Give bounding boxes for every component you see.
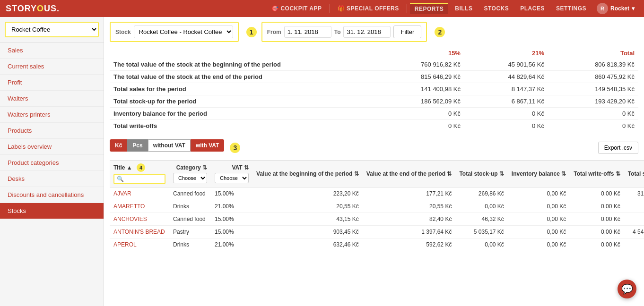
col-vat[interactable]: VAT ⇅ Choose bbox=[211, 161, 252, 187]
nav-item-bills[interactable]: Bills bbox=[450, 3, 477, 14]
nav-item-places[interactable]: Places bbox=[515, 3, 549, 14]
summary-row-15: 0 Kč bbox=[374, 120, 464, 132]
from-date-input[interactable] bbox=[284, 26, 331, 38]
summary-row-21: 0 Kč bbox=[464, 120, 548, 132]
cell-category: Canned food bbox=[169, 213, 211, 226]
summary-row-label: Inventory balance for the period bbox=[110, 108, 374, 120]
nav-item-settings[interactable]: Settings bbox=[551, 3, 591, 14]
summary-row-15: 760 916,82 Kč bbox=[374, 59, 464, 71]
nav-item-special-offers[interactable]: 🎁 Special Offers bbox=[333, 3, 404, 14]
special-offers-icon: 🎁 bbox=[338, 5, 345, 12]
sidebar-item-labels-overview[interactable]: Labels overview bbox=[0, 139, 104, 155]
cell-vat: 15.00% bbox=[211, 213, 252, 226]
data-table: Title ▲ 4 🔍 Category ⇅ Choose bbox=[110, 160, 644, 251]
location-select[interactable]: Rocket Coffee bbox=[5, 22, 99, 37]
nav-item-reports[interactable]: Reports bbox=[410, 3, 449, 14]
cell-title[interactable]: AJVAR bbox=[110, 187, 169, 200]
sidebar-item-current-sales[interactable]: Current sales bbox=[0, 59, 104, 75]
toggle-with-vat-button[interactable]: with VAT bbox=[191, 139, 225, 152]
cell-val-end: 177,21 Kč bbox=[363, 187, 456, 200]
sidebar-item-profit[interactable]: Profit bbox=[0, 75, 104, 91]
cell-inventory: 0,00 Kč bbox=[508, 238, 570, 251]
sort-inventory-icon: ⇅ bbox=[561, 170, 566, 177]
sidebar-nav: Sales Current sales Profit Waiters Waite… bbox=[0, 42, 104, 306]
cell-total-sales: 0,25 Kč bbox=[624, 213, 644, 226]
chat-icon: 💬 bbox=[621, 283, 633, 295]
user-menu[interactable]: R Rocket ▾ bbox=[593, 1, 638, 16]
sidebar-item-waiters-printers[interactable]: Waiters printers bbox=[0, 107, 104, 123]
cell-total-stockup: 0,00 Kč bbox=[455, 238, 507, 251]
summary-row-21: 6 867,11 Kč bbox=[464, 95, 548, 108]
summary-row-total: 860 475,92 Kč bbox=[548, 71, 638, 83]
cell-title[interactable]: ANTONIN'S BREAD bbox=[110, 226, 169, 238]
cell-val-begin: 632,46 Kč bbox=[252, 238, 363, 251]
summary-row-15: 0 Kč bbox=[374, 108, 464, 120]
title-search-wrap: 🔍 bbox=[113, 174, 165, 184]
search-icon: 🔍 bbox=[117, 176, 124, 182]
summary-row: Total stock-up for the period 186 562,09… bbox=[110, 95, 638, 108]
table-row: AMARETTO Drinks 21.00% 20,55 Kč 20,55 Kč… bbox=[110, 200, 644, 213]
top-navigation: STORYOUS. 🎯 Cockpit APP 🎁 Special Offers… bbox=[0, 0, 644, 17]
cell-total-sales: 4 543,40 Kč bbox=[624, 226, 644, 238]
col-total-sales[interactable]: Total sales ⇅ bbox=[624, 161, 644, 187]
cell-write-offs: 0,00 Kč bbox=[570, 226, 624, 238]
brand-logo[interactable]: STORYOUS. bbox=[6, 4, 60, 14]
col-inventory[interactable]: Inventory balance ⇅ bbox=[508, 161, 570, 187]
vat-filter-select[interactable]: Choose bbox=[215, 173, 249, 183]
toggle-kc-button[interactable]: Kč bbox=[110, 139, 127, 152]
sidebar: Rocket Coffee Sales Current sales Profit… bbox=[0, 17, 104, 306]
cell-total-stockup: 269,86 Kč bbox=[455, 187, 507, 200]
cell-total-sales: 315,86 Kč bbox=[624, 187, 644, 200]
col-write-offs[interactable]: Total write-offs ⇅ bbox=[570, 161, 624, 187]
cell-val-end: 82,40 Kč bbox=[363, 213, 456, 226]
toggle-pcs-button[interactable]: Pcs bbox=[127, 139, 148, 152]
col-val-end[interactable]: Value at the end of the period ⇅ bbox=[363, 161, 456, 187]
cell-title[interactable]: AMARETTO bbox=[110, 200, 169, 213]
nav-items: 🎯 Cockpit APP 🎁 Special Offers Reports B… bbox=[267, 1, 638, 16]
sidebar-item-products[interactable]: Products bbox=[0, 123, 104, 139]
col-total-stockup[interactable]: Total stock-up ⇅ bbox=[455, 161, 507, 187]
cell-title[interactable]: ANCHOVIES bbox=[110, 213, 169, 226]
cell-write-offs: 0,00 Kč bbox=[570, 238, 624, 251]
col-title[interactable]: Title ▲ 4 🔍 bbox=[110, 161, 169, 187]
filter-button[interactable]: Filter bbox=[393, 26, 421, 38]
table-row: APEROL Drinks 21.00% 632,46 Kč 592,62 Kč… bbox=[110, 238, 644, 251]
cell-val-begin: 43,15 Kč bbox=[252, 213, 363, 226]
to-date-input[interactable] bbox=[343, 26, 391, 38]
export-csv-button[interactable]: Export .csv bbox=[598, 142, 638, 154]
sidebar-item-desks[interactable]: Desks bbox=[0, 171, 104, 187]
chevron-down-icon: ▾ bbox=[632, 5, 635, 12]
summary-row-21: 8 147,37 Kč bbox=[464, 83, 548, 95]
table-row: ANTONIN'S BREAD Pastry 15.00% 903,45 Kč … bbox=[110, 226, 644, 238]
from-label: From bbox=[267, 29, 281, 35]
stock-filter-box: Stock Rocket Coffee - Rocket Coffee bbox=[110, 22, 239, 42]
col-header-total: Total bbox=[548, 48, 638, 59]
nav-item-cockpit[interactable]: 🎯 Cockpit APP bbox=[267, 3, 327, 14]
sidebar-item-waiters[interactable]: Waiters bbox=[0, 91, 104, 107]
chat-bubble-button[interactable]: 💬 bbox=[618, 280, 636, 298]
category-filter-select[interactable]: Choose bbox=[173, 173, 207, 183]
cell-vat: 21.00% bbox=[211, 200, 252, 213]
toggle-without-vat-button[interactable]: without VAT bbox=[148, 139, 191, 152]
col-val-begin[interactable]: Value at the beginning of the period ⇅ bbox=[252, 161, 363, 187]
sort-category-icon: ⇅ bbox=[202, 164, 207, 171]
summary-row: Total write-offs 0 Kč 0 Kč 0 Kč bbox=[110, 120, 638, 132]
cell-total-stockup: 46,32 Kč bbox=[455, 213, 507, 226]
summary-row-total: 0 Kč bbox=[548, 120, 638, 132]
sidebar-item-stocks[interactable]: Stocks bbox=[0, 203, 104, 219]
cell-val-end: 592,62 Kč bbox=[363, 238, 456, 251]
stock-select[interactable]: Rocket Coffee - Rocket Coffee bbox=[134, 26, 233, 38]
cell-title[interactable]: APEROL bbox=[110, 238, 169, 251]
cell-total-sales: 0,00 Kč bbox=[624, 200, 644, 213]
cell-category: Drinks bbox=[169, 200, 211, 213]
cell-category: Drinks bbox=[169, 238, 211, 251]
nav-item-stocks[interactable]: Stocks bbox=[479, 3, 513, 14]
cell-total-stockup: 5 035,17 Kč bbox=[455, 226, 507, 238]
col-category[interactable]: Category ⇅ Choose bbox=[169, 161, 211, 187]
sidebar-item-discounts-cancellations[interactable]: Discounts and cancellations bbox=[0, 187, 104, 203]
sidebar-item-sales[interactable]: Sales bbox=[0, 42, 104, 59]
summary-row-15: 141 400,98 Kč bbox=[374, 83, 464, 95]
summary-row: The total value of the stock at the end … bbox=[110, 71, 638, 83]
sidebar-item-product-categories[interactable]: Product categories bbox=[0, 155, 104, 171]
main-layout: Rocket Coffee Sales Current sales Profit… bbox=[0, 17, 644, 306]
